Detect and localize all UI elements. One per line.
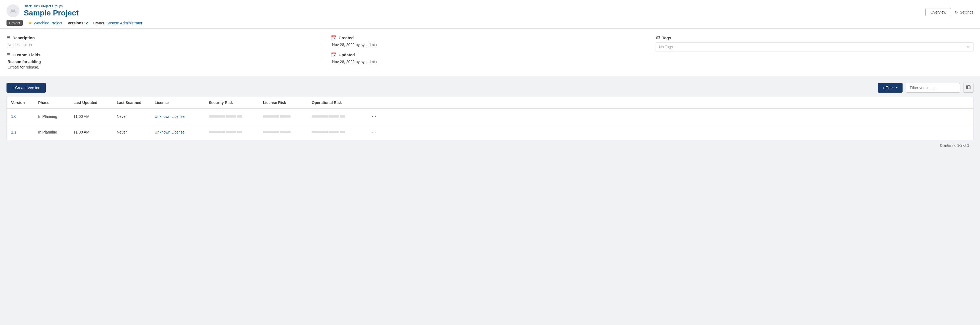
- calendar-icon: 📅: [331, 35, 336, 40]
- more-options-button-1.0[interactable]: ···: [366, 112, 382, 120]
- filter-input[interactable]: [906, 83, 960, 92]
- reason-value: Critical for release.: [6, 65, 325, 69]
- info-description-block: ☰ Description No description ☰ Custom Fi…: [6, 35, 325, 69]
- header-meta: Project ★ Watching Project Versions: 2 O…: [6, 20, 974, 29]
- risk-bar-3: [237, 115, 242, 118]
- risk-bar-1: [209, 115, 225, 118]
- col-operational-risk: Operational Risk: [312, 100, 366, 105]
- list-icon: ☰: [6, 52, 10, 57]
- svg-point-1: [13, 9, 15, 11]
- table-header: Version Phase Last Updated Last Scanned …: [7, 97, 973, 108]
- description-value: No description: [6, 43, 325, 47]
- custom-fields-label: ☰ Custom Fields: [6, 52, 325, 57]
- edit-tags-icon[interactable]: ✏: [967, 45, 970, 49]
- displaying-info: Displaying 1-2 of 2: [6, 140, 974, 151]
- operational-risk-1.0: [312, 115, 366, 118]
- header: Black Duck Project Groups Sample Project…: [0, 0, 980, 29]
- tag-icon: 🏷: [655, 35, 660, 40]
- col-license-risk: License Risk: [263, 100, 312, 105]
- updated-label: 📅 Updated: [331, 52, 649, 57]
- owner-link[interactable]: System Administrator: [107, 21, 142, 25]
- col-last-scanned: Last Scanned: [117, 100, 154, 105]
- risk-bar-2: [226, 115, 236, 118]
- license-risk-1.1: [263, 131, 312, 133]
- risk-bar-4: [263, 115, 279, 118]
- updated-value: Nov 28, 2022 by sysadmin: [331, 60, 649, 64]
- overview-tab[interactable]: Overview: [925, 8, 951, 16]
- risk-bar-7: [328, 115, 339, 118]
- table-row: 1.1 In Planning 11:00 AM Never Unknown L…: [7, 124, 973, 140]
- risk-bar-11: [237, 131, 242, 133]
- last-scanned-1.1: Never: [117, 130, 154, 134]
- watching-button[interactable]: ★ Watching Project: [28, 20, 62, 25]
- tags-placeholder: No Tags: [659, 45, 673, 49]
- phase-1.1: In Planning: [38, 130, 73, 134]
- info-section: ☰ Description No description ☰ Custom Fi…: [0, 29, 980, 76]
- operational-risk-1.1: [312, 131, 366, 133]
- risk-bar-10: [226, 131, 236, 133]
- header-title-group: Black Duck Project Groups Sample Project: [24, 4, 78, 18]
- risk-bar-6: [312, 115, 328, 118]
- risk-bar-15: [328, 131, 339, 133]
- avatar: [6, 4, 19, 18]
- col-phase: Phase: [38, 100, 73, 105]
- phase-1.0: In Planning: [38, 114, 73, 119]
- col-security-risk: Security Risk: [209, 100, 263, 105]
- create-version-button[interactable]: + Create Version: [6, 83, 46, 92]
- risk-bar-12: [263, 131, 279, 133]
- col-license: License: [154, 100, 209, 105]
- last-updated-1.1: 11:00 AM: [73, 130, 117, 134]
- risk-bar-13: [280, 131, 291, 133]
- main-content: + Create Version + Filter ▼: [0, 76, 980, 157]
- svg-rect-2: [966, 86, 967, 89]
- menu-icon: ☰: [6, 35, 10, 40]
- license-1.1[interactable]: Unknown License: [154, 130, 209, 134]
- risk-bar-16: [340, 131, 345, 133]
- tags-label: 🏷 Tags: [655, 35, 974, 40]
- risk-bar-14: [312, 131, 328, 133]
- last-scanned-1.0: Never: [117, 114, 154, 119]
- filter-button[interactable]: + Filter ▼: [878, 83, 902, 92]
- license-1.0[interactable]: Unknown License: [154, 114, 209, 119]
- description-label: ☰ Description: [6, 35, 325, 40]
- toolbar-right: + Filter ▼: [878, 83, 974, 92]
- svg-point-0: [11, 9, 13, 11]
- reason-label: Reason for adding: [6, 60, 325, 64]
- owner-info: Owner: System Administrator: [94, 21, 142, 25]
- created-label: 📅 Created: [331, 35, 649, 40]
- calendar-updated-icon: 📅: [331, 52, 336, 57]
- project-badge: Project: [6, 20, 23, 26]
- info-dates-block: 📅 Created Nov 28, 2022 by sysadmin 📅 Upd…: [331, 35, 649, 69]
- info-tags-block: 🏷 Tags No Tags ✏: [655, 35, 974, 69]
- last-updated-1.0: 11:00 AM: [73, 114, 117, 119]
- risk-bar-9: [209, 131, 225, 133]
- settings-tab[interactable]: ⚙ Settings: [955, 10, 974, 14]
- star-icon: ★: [28, 20, 32, 25]
- version-link-1.1[interactable]: 1.1: [11, 130, 38, 134]
- svg-rect-4: [969, 86, 970, 89]
- created-value: Nov 28, 2022 by sysadmin: [331, 43, 649, 47]
- versions-info: Versions: 2: [68, 21, 88, 25]
- col-version: Version: [11, 100, 38, 105]
- header-top: Black Duck Project Groups Sample Project: [6, 4, 78, 18]
- col-last-updated: Last Updated: [73, 100, 117, 105]
- license-risk-1.0: [263, 115, 312, 118]
- breadcrumb: Black Duck Project Groups: [24, 4, 78, 8]
- risk-bar-8: [340, 115, 345, 118]
- chevron-down-icon: ▼: [896, 86, 898, 89]
- more-options-button-1.1[interactable]: ···: [366, 128, 382, 136]
- gear-icon: ⚙: [955, 10, 958, 14]
- versions-count: 2: [86, 21, 88, 25]
- table-row: 1.0 In Planning 11:00 AM Never Unknown L…: [7, 108, 973, 124]
- tags-box: No Tags ✏: [655, 42, 974, 51]
- column-filter-button[interactable]: [963, 83, 974, 92]
- version-link-1.0[interactable]: 1.0: [11, 114, 38, 119]
- security-risk-1.0: [209, 115, 263, 118]
- svg-rect-3: [968, 86, 969, 89]
- columns-icon: [966, 85, 970, 90]
- header-actions: Overview ⚙ Settings: [925, 8, 974, 16]
- page-wrapper: Black Duck Project Groups Sample Project…: [0, 0, 980, 325]
- project-title: Sample Project: [24, 9, 78, 18]
- security-risk-1.1: [209, 131, 263, 133]
- risk-bar-5: [280, 115, 291, 118]
